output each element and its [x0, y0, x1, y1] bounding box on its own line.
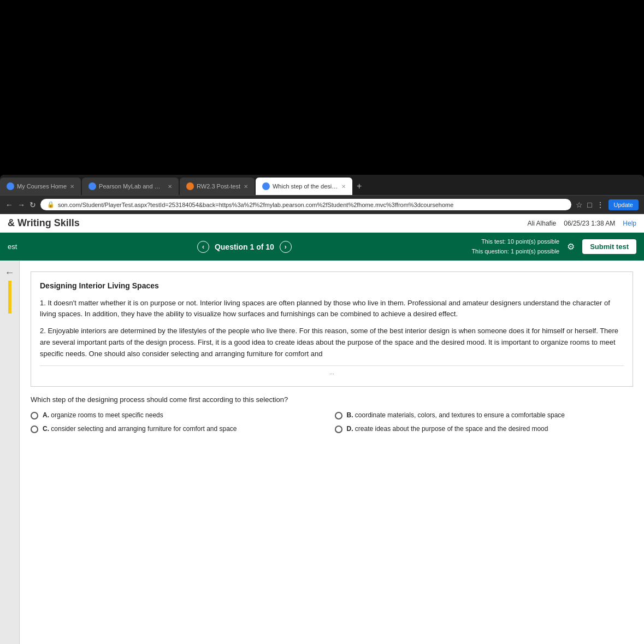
help-link[interactable]: Help	[623, 220, 636, 227]
prev-question-button[interactable]: ‹	[197, 241, 209, 253]
back-browser-button[interactable]: ←	[5, 200, 13, 209]
tab-close-rw23[interactable]: ✕	[244, 184, 248, 190]
test-header: est ‹ Question 1 of 10 › This test: 10 p…	[0, 233, 644, 261]
browser-chrome: My Courses Home ✕ Pearson MyLab and Mast…	[0, 175, 644, 644]
bookmark-icon[interactable]: ☆	[576, 200, 583, 209]
lock-icon: 🔒	[47, 201, 55, 208]
tab-designing[interactable]: Which step of the designing p ✕	[256, 178, 352, 195]
option-b[interactable]: B. coordinate materials, colors, and tex…	[335, 411, 634, 420]
tab-rw23[interactable]: RW2.3 Post-test ✕	[180, 178, 255, 195]
test-points-info: This test: 10 point(s) possible This que…	[471, 237, 559, 256]
tab-close-designing[interactable]: ✕	[341, 184, 346, 190]
refresh-browser-button[interactable]: ↻	[29, 200, 36, 209]
test-info: This test: 10 point(s) possible This que…	[471, 237, 636, 256]
passage-box: Designing Interior Living Spaces 1. It d…	[31, 271, 633, 387]
next-question-button[interactable]: ›	[280, 241, 292, 253]
tab-icon-designing	[262, 182, 270, 190]
option-d[interactable]: D. create ideas about the purpose of the…	[335, 425, 634, 433]
tab-close-pearson[interactable]: ✕	[168, 184, 172, 190]
passage-paragraph-2: 2. Enjoyable interiors are determined by…	[40, 326, 624, 359]
date-time: 06/25/23 1:38 AM	[564, 220, 615, 227]
option-c[interactable]: C. consider selecting and arranging furn…	[31, 425, 329, 433]
tab-icon-rw23	[186, 182, 194, 190]
header-right: Ali Alhafie 06/25/23 1:38 AM Help	[528, 220, 636, 227]
update-button[interactable]: Update	[608, 199, 639, 210]
tab-label-my-courses: My Courses Home	[17, 183, 67, 190]
question-navigation: ‹ Question 1 of 10 ›	[197, 241, 292, 253]
black-top-area	[0, 0, 644, 175]
address-bar: ← → ↻ 🔒 son.com/Student/PlayerTest.aspx?…	[0, 196, 644, 214]
passage-more-indicator[interactable]: ···	[40, 365, 624, 379]
new-tab-button[interactable]: +	[352, 178, 366, 195]
sidebar-left: ←	[0, 261, 20, 644]
tab-label-designing: Which step of the designing p	[273, 183, 338, 190]
option-a[interactable]: A. organize rooms to meet specific needs	[31, 411, 329, 420]
option-b-label: B. coordinate materials, colors, and tex…	[347, 411, 565, 419]
radio-a[interactable]	[31, 412, 38, 420]
sidebar-back-arrow[interactable]: ←	[5, 267, 15, 279]
tab-icon-pearson	[88, 182, 96, 190]
tab-bar: My Courses Home ✕ Pearson MyLab and Mast…	[0, 175, 644, 196]
main-content: ← Designing Interior Living Spaces 1. It…	[0, 261, 644, 644]
option-c-label: C. consider selecting and arranging furn…	[43, 425, 237, 433]
tab-pearson[interactable]: Pearson MyLab and Mastering ✕	[82, 178, 179, 195]
answer-options: A. organize rooms to meet specific needs…	[31, 411, 633, 433]
radio-b[interactable]	[335, 412, 342, 420]
passage-title: Designing Interior Living Spaces	[40, 280, 624, 292]
test-name-label: est	[8, 243, 17, 251]
screen-icon[interactable]: □	[587, 200, 592, 209]
username: Ali Alhafie	[528, 220, 557, 227]
page-header: & Writing Skills Ali Alhafie 06/25/23 1:…	[0, 214, 644, 233]
question-points: This question: 1 point(s) possible	[471, 247, 559, 257]
submit-test-button[interactable]: Submit test	[582, 239, 636, 254]
tab-label-rw23: RW2.3 Post-test	[197, 183, 240, 190]
tab-close-my-courses[interactable]: ✕	[70, 184, 74, 190]
test-total-points: This test: 10 point(s) possible	[471, 237, 559, 247]
content-area: Designing Interior Living Spaces 1. It d…	[20, 261, 644, 644]
option-a-label: A. organize rooms to meet specific needs	[43, 411, 163, 419]
tab-my-courses[interactable]: My Courses Home ✕	[0, 178, 81, 195]
page-title: & Writing Skills	[8, 217, 80, 229]
passage-paragraph-1: 1. It doesn't matter whether it is on pu…	[40, 298, 624, 321]
tab-label-pearson: Pearson MyLab and Mastering	[99, 183, 164, 190]
nav-icons: ← → ↻	[5, 200, 36, 209]
forward-browser-button[interactable]: →	[17, 200, 25, 209]
question-text: Which step of the designing process shou…	[31, 395, 633, 404]
tab-icon-my-courses	[7, 182, 14, 190]
menu-icon[interactable]: ⋮	[596, 200, 604, 209]
question-counter: Question 1 of 10	[215, 243, 274, 251]
address-bar-text: son.com/Student/PlayerTest.aspx?testId=2…	[58, 202, 565, 208]
browser-action-icons: ☆ □ ⋮	[576, 200, 604, 209]
radio-c[interactable]	[31, 426, 38, 433]
address-input[interactable]: 🔒 son.com/Student/PlayerTest.aspx?testId…	[40, 199, 571, 210]
radio-d[interactable]	[335, 426, 342, 433]
yellow-bar	[8, 281, 11, 314]
settings-icon[interactable]: ⚙	[567, 241, 575, 252]
option-d-label: D. create ideas about the purpose of the…	[347, 425, 548, 433]
